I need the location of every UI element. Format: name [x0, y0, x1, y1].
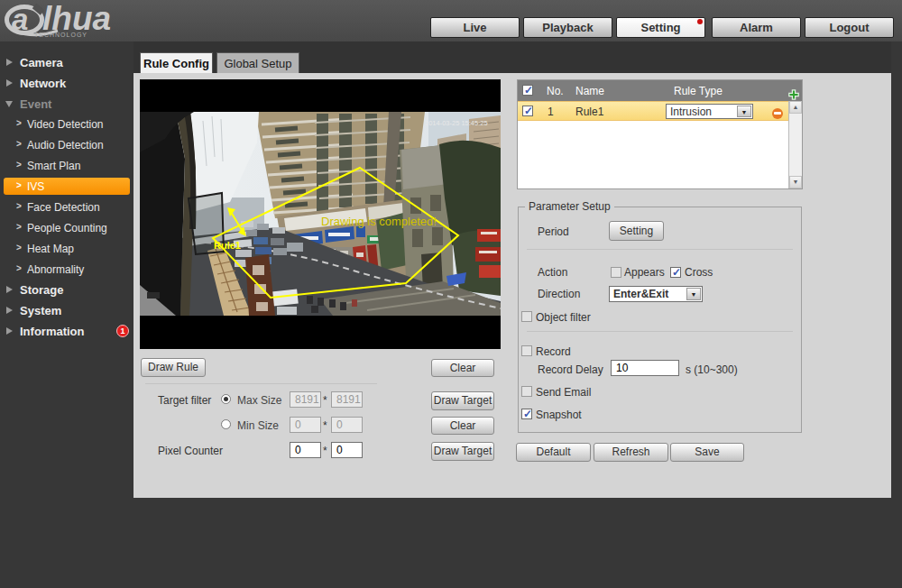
svg-text:2014-03-25 15:45:25: 2014-03-25 15:45:25 — [425, 119, 488, 127]
svg-text:TECHNOLOGY: TECHNOLOGY — [34, 32, 87, 38]
svg-text:Rule1: Rule1 — [214, 240, 241, 251]
svg-text:Drawing is completed!: Drawing is completed! — [321, 215, 437, 228]
